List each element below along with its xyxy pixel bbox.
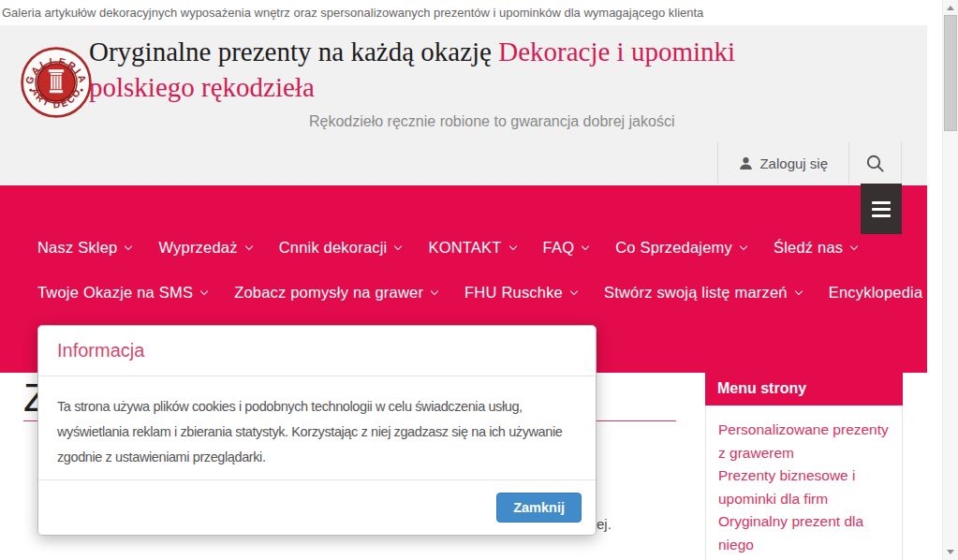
chevron-down-icon	[200, 287, 208, 295]
chevron-down-icon	[431, 287, 438, 295]
nav-item[interactable]: KONTAKT	[428, 239, 515, 257]
sidebar-title: Menu strony	[705, 373, 903, 405]
nav-row-2: Twoje Okazje na SMS Zobacz pomysły na gr…	[37, 284, 936, 302]
sidebar-menu-strony: Menu strony Personalizowane prezenty z g…	[705, 373, 903, 560]
nav-item-label: Co Sprzedajemy	[615, 239, 732, 257]
nav-row-1: Nasz Sklep Wyprzedaż Cnnik dekoracji KON…	[37, 239, 857, 257]
loginbar: Zaloguj się	[717, 142, 902, 184]
scrollbar-thumb[interactable]	[944, 15, 957, 131]
topbar-text: Galeria artykułów dekoracyjnych wyposaże…	[0, 0, 927, 25]
scrollbar-up-arrow[interactable]	[943, 0, 958, 16]
modal-title: Informacja	[57, 340, 577, 361]
nav-item[interactable]: Cnnik dekoracji	[279, 239, 402, 257]
nav-item[interactable]: Stwórz swoją listę marzeń	[604, 284, 802, 302]
chevron-down-icon	[850, 243, 858, 250]
nav-item-label: Nasz Sklep	[37, 239, 117, 257]
nav-item[interactable]: Wyprzedaż	[158, 239, 251, 257]
triangle-up-icon	[947, 6, 954, 10]
modal-body-text: Ta strona używa plików cookies i podobny…	[38, 376, 596, 479]
site-title-primary: Oryginalne prezenty na każdą okazję	[89, 37, 492, 66]
sidebar-link[interactable]: Personalizowane prezenty z grawerem	[718, 419, 890, 464]
galleria-art-deco-logo-icon[interactable]: GALLERIA ART DECO	[20, 46, 93, 119]
nav-item-label: Twoje Okazje na SMS	[37, 284, 193, 302]
sidebar-link[interactable]: Oryginalny prezent dla niego	[718, 510, 890, 556]
nav-item-label: Cnnik dekoracji	[279, 239, 388, 257]
sidebar-link[interactable]: Elegancki upominek dla niej	[718, 556, 890, 560]
nav-item-label: FHU Ruschke	[464, 284, 563, 302]
nav-item-label: Stwórz swoją listę marzeń	[604, 284, 788, 302]
chevron-down-icon	[740, 243, 747, 250]
nav-item[interactable]: Zobacz pomysły na grawer	[234, 284, 437, 302]
modal-footer: Zamknij	[38, 479, 596, 535]
nav-item-label: Encyklopedia	[829, 284, 923, 302]
page: Galeria artykułów dekoracyjnych wyposaże…	[0, 0, 958, 560]
chevron-down-icon	[125, 243, 132, 250]
chevron-down-icon	[244, 243, 252, 250]
scrollbar-down-arrow[interactable]	[943, 544, 958, 560]
nav-item-label: Śledź nas	[774, 239, 843, 257]
nav-item[interactable]: Twoje Okazje na SMS	[37, 284, 207, 302]
nav-item[interactable]: FHU Ruschke	[464, 284, 577, 302]
hamburger-icon	[872, 201, 891, 204]
person-icon	[739, 156, 753, 170]
triangle-down-icon	[947, 550, 954, 554]
cookie-modal: Informacja Ta strona używa plików cookie…	[37, 325, 597, 536]
site-title: Oryginalne prezenty na każdą okazję Deko…	[89, 34, 838, 105]
login-label: Zaloguj się	[759, 155, 828, 171]
close-modal-button[interactable]: Zamknij	[496, 493, 582, 523]
nav-item[interactable]: Śledź nas	[774, 239, 857, 257]
chevron-down-icon	[930, 287, 937, 295]
nav-item[interactable]: Co Sprzedajemy	[615, 239, 746, 257]
chevron-down-icon	[394, 243, 402, 250]
chevron-down-icon	[794, 287, 802, 295]
nav-item[interactable]: Nasz Sklep	[37, 239, 131, 257]
hamburger-menu-button[interactable]	[861, 184, 902, 234]
nav-item[interactable]: FAQ	[543, 239, 589, 257]
nav-item-label: Wyprzedaż	[158, 239, 237, 257]
login-link[interactable]: Zaloguj się	[717, 142, 848, 184]
search-icon	[865, 154, 885, 173]
site-header: GALLERIA ART DECO Oryginalne prezenty na…	[0, 25, 927, 185]
nav-item[interactable]: Encyklopedia	[829, 284, 937, 302]
sidebar-links: Personalizowane prezenty z grawerem Prez…	[705, 405, 903, 560]
nav-item-label: KONTAKT	[428, 239, 501, 257]
modal-header: Informacja	[38, 326, 596, 376]
chevron-down-icon	[508, 243, 516, 250]
nav-item-label: FAQ	[543, 239, 575, 257]
obscured-text-fragment: ej.	[597, 516, 612, 532]
nav-item-label: Zobacz pomysły na grawer	[234, 284, 423, 302]
sidebar-link[interactable]: Prezenty biznesowe i upominki dla firm	[718, 464, 890, 510]
chevron-down-icon	[582, 243, 589, 250]
scrollbar	[942, 0, 958, 560]
site-tagline: Rękodzieło ręcznie robione to gwarancja …	[309, 113, 674, 130]
chevron-down-icon	[570, 287, 578, 295]
search-button[interactable]	[848, 142, 902, 184]
